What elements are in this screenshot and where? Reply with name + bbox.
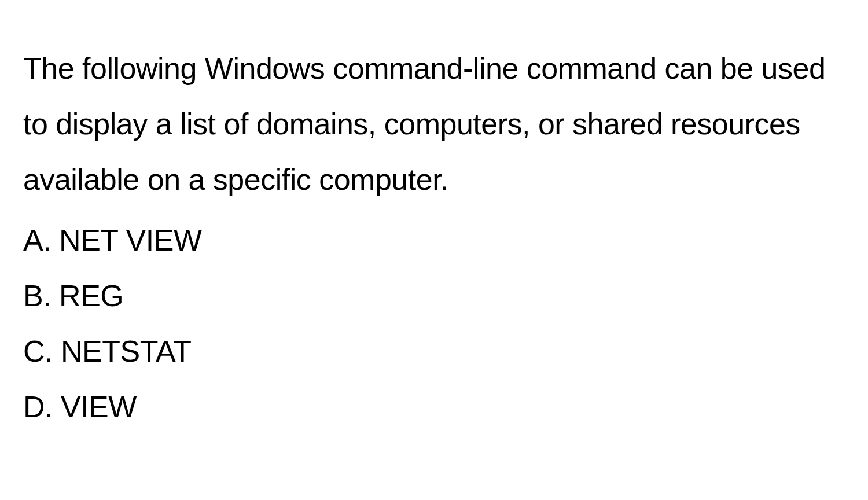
question-container: The following Windows command-line comma… xyxy=(0,0,868,458)
options-list: A. NET VIEW B. REG C. NETSTAT D. VIEW xyxy=(23,212,845,435)
option-c: C. NETSTAT xyxy=(23,323,845,379)
option-b: B. REG xyxy=(23,268,845,323)
option-a: A. NET VIEW xyxy=(23,212,845,268)
option-d: D. VIEW xyxy=(23,379,845,435)
question-text: The following Windows command-line comma… xyxy=(23,41,845,208)
